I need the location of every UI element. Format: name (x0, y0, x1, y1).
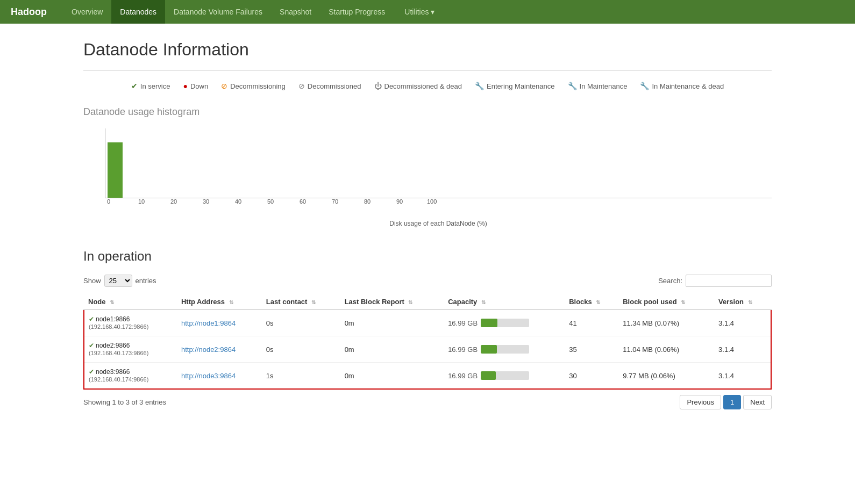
wrench-orange-icon: 🔧 (568, 82, 577, 90)
next-button[interactable]: Next (743, 395, 772, 409)
sort-block-report-icon[interactable]: ⇅ (408, 299, 412, 305)
table-header-row: Node ⇅ Http Address ⇅ Last contact ⇅ Las… (84, 294, 771, 309)
histogram-title: Datanode usage histogram (83, 106, 772, 118)
histogram-bar: 3 (108, 142, 123, 198)
last-block-report-cell: 0m (340, 309, 444, 336)
node-cell: ✔node1:9866 (192.168.40.172:9866) (84, 309, 177, 336)
capacity-text: 16.99 GB (448, 372, 478, 380)
legend-maintenance-dead: 🔧 In Maintenance & dead (640, 82, 724, 90)
capacity-cell: 16.99 GB (444, 336, 565, 363)
last-contact-cell: 1s (262, 363, 340, 390)
http-address-cell: http://node2:9864 (177, 336, 262, 363)
navbar: Hadoop Overview Datanodes Datanode Volum… (0, 0, 855, 24)
sort-http-icon[interactable]: ⇅ (229, 299, 233, 305)
blocks-cell: 35 (565, 336, 618, 363)
capacity-cell: 16.99 GB (444, 363, 565, 390)
sort-version-icon[interactable]: ⇅ (748, 299, 752, 305)
sort-blocks-icon[interactable]: ⇅ (596, 299, 600, 305)
sort-pool-icon[interactable]: ⇅ (681, 299, 685, 305)
col-capacity: Capacity ⇅ (444, 294, 565, 309)
table-controls: Show 10 25 50 100 entries Search: (83, 275, 772, 287)
decommissioning-icon: ⊘ (221, 82, 227, 90)
legend-in-maintenance: 🔧 In Maintenance (568, 82, 628, 90)
histogram-bar-value: 3 (113, 133, 117, 139)
http-link[interactable]: http://node2:9864 (181, 345, 236, 354)
exclamation-icon: ● (183, 82, 187, 90)
capacity-fill (481, 371, 496, 380)
http-link[interactable]: http://node1:9864 (181, 319, 236, 327)
table-row: ✔node1:9866 (192.168.40.172:9866) http:/… (84, 309, 771, 336)
page-1-button[interactable]: 1 (723, 395, 741, 409)
legend-down-label: Down (190, 82, 208, 90)
version-cell: 3.1.4 (714, 336, 771, 363)
sort-capacity-icon[interactable]: ⇅ (481, 299, 486, 305)
histogram-chart: 3 (105, 128, 772, 198)
title-divider (83, 70, 772, 71)
search-label: Search: (658, 277, 682, 285)
entries-label: entries (136, 277, 156, 285)
x-tick-30: 30 (203, 198, 209, 205)
capacity-fill (481, 319, 497, 327)
showing-text: Showing 1 to 3 of 3 entries (83, 398, 166, 406)
capacity-bar (481, 345, 529, 354)
node-check-icon: ✔ (89, 342, 94, 349)
legend-in-service-label: In service (140, 82, 170, 90)
nav-startup-progress[interactable]: Startup Progress (320, 0, 394, 24)
decommissioned-icon: ⊘ (298, 82, 305, 90)
blocks-cell: 30 (565, 363, 618, 390)
block-pool-used-cell: 11.34 MB (0.07%) (618, 309, 714, 336)
col-last-contact: Last contact ⇅ (262, 294, 340, 309)
table-footer: Showing 1 to 3 of 3 entries Previous 1 N… (83, 395, 772, 409)
node-check-icon: ✔ (89, 368, 94, 376)
show-label: Show (83, 277, 101, 285)
nav-datanodes[interactable]: Datanodes (111, 0, 165, 24)
x-tick-40: 40 (235, 198, 241, 205)
histogram-container: 3 0 10 20 30 40 50 60 70 80 90 100 Disk … (83, 128, 772, 227)
x-tick-60: 60 (300, 198, 306, 205)
nav-overview[interactable]: Overview (63, 0, 111, 24)
capacity-bar-container: 16.99 GB (448, 371, 560, 380)
x-tick-20: 20 (170, 198, 177, 205)
http-link[interactable]: http://node3:9864 (181, 372, 236, 380)
legend-decommissioning-label: Decommissioning (230, 82, 286, 90)
x-tick-70: 70 (332, 198, 338, 205)
x-tick-100: 100 (427, 198, 437, 205)
sort-contact-icon[interactable]: ⇅ (311, 299, 316, 305)
nav-utilities[interactable]: Utilities ▾ (394, 8, 443, 16)
last-contact-cell: 0s (262, 336, 340, 363)
x-tick-0: 0 (107, 198, 110, 205)
nav-snapshot[interactable]: Snapshot (271, 0, 320, 24)
legend-entering-maintenance-label: Entering Maintenance (487, 82, 554, 90)
wrench-green-icon: 🔧 (475, 82, 484, 90)
histogram-bar-group: 3 (105, 128, 123, 198)
legend-decommissioned-dead: ⏻ Decommissioned & dead (374, 82, 462, 90)
search-box: Search: (658, 275, 772, 287)
status-legend: ✔ In service ● Down ⊘ Decommissioning ⊘ … (83, 82, 772, 90)
node-ip: (192.168.40.172:9866) (89, 323, 148, 330)
node-name: node3:9866 (96, 368, 130, 376)
previous-button[interactable]: Previous (680, 395, 721, 409)
main-content: Datanode Information ✔ In service ● Down… (51, 24, 804, 426)
last-contact-cell: 0s (262, 309, 340, 336)
table-body: ✔node1:9866 (192.168.40.172:9866) http:/… (84, 309, 771, 389)
node-cell: ✔node2:9866 (192.168.40.173:9866) (84, 336, 177, 363)
operation-title: In operation (83, 249, 772, 264)
capacity-text: 16.99 GB (448, 345, 478, 354)
nav-datanode-volume-failures[interactable]: Datanode Volume Failures (165, 0, 271, 24)
node-name: node2:9866 (96, 342, 130, 349)
col-version: Version ⇅ (714, 294, 771, 309)
x-axis-label: Disk usage of each DataNode (%) (105, 220, 772, 227)
http-address-cell: http://node1:9864 (177, 309, 262, 336)
search-input[interactable] (686, 275, 772, 287)
checkmark-icon: ✔ (131, 82, 138, 90)
power-icon: ⏻ (374, 82, 382, 90)
legend-decommissioning: ⊘ Decommissioning (221, 82, 286, 90)
node-check-icon: ✔ (89, 315, 94, 323)
capacity-bar (481, 371, 529, 380)
legend-in-service: ✔ In service (131, 82, 170, 90)
brand-logo: Hadoop (11, 6, 47, 18)
entries-select[interactable]: 10 25 50 100 (104, 275, 132, 287)
legend-down: ● Down (183, 82, 208, 90)
col-last-block-report: Last Block Report ⇅ (340, 294, 444, 309)
sort-node-icon[interactable]: ⇅ (110, 299, 114, 305)
